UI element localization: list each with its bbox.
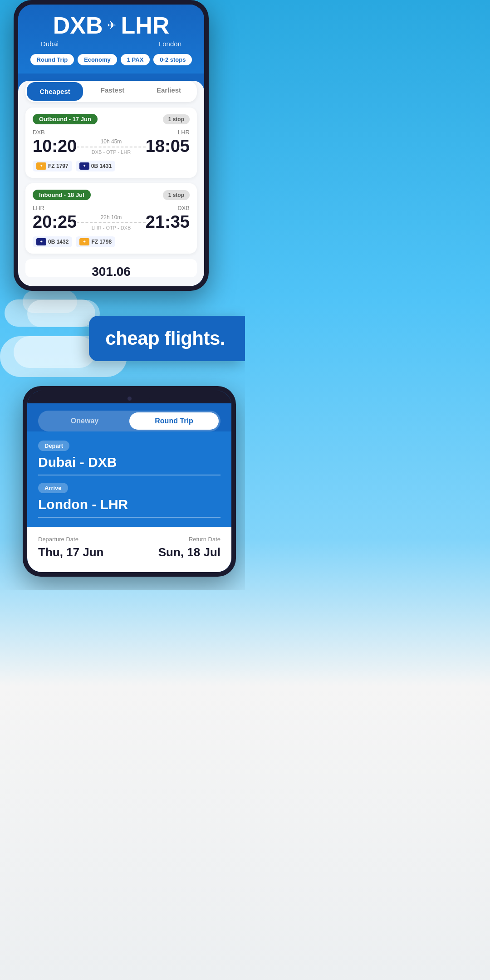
inbound-duration: 22h 10m	[77, 214, 146, 220]
outbound-duration: 10h 45m	[77, 138, 146, 145]
inbound-from: LHR	[33, 205, 44, 211]
inbound-airlines: ✈ 0B 1432 ✈ FZ 1798	[33, 236, 190, 247]
airport-names-row: Dubai London	[27, 40, 195, 48]
outbound-airline-1: ✈ FZ 1797	[33, 161, 72, 172]
outbound-duration-box: 10h 45m DXB - OTP - LHR	[77, 138, 146, 155]
inbound-times: 20:25 22h 10m LHR - OTP - DXB 21:35	[33, 212, 190, 232]
outbound-from: DXB	[33, 129, 45, 136]
inbound-flight-2: FZ 1798	[91, 239, 112, 245]
stops-tag[interactable]: 0-2 stops	[153, 54, 192, 65]
outbound-stops: 1 stop	[163, 114, 190, 124]
blue2-logo: ✈	[36, 238, 46, 245]
phone1-content: Cheapest Fastest Earliest Outbound - 17 …	[18, 81, 204, 286]
phone1-device: DXB ✈ LHR Dubai London Round Trip Econom…	[14, 0, 209, 291]
inbound-airline-1: ✈ 0B 1432	[33, 236, 72, 247]
arrive-field[interactable]: Arrive London - LHR	[38, 483, 220, 518]
flight-arrow-icon: ✈	[107, 19, 116, 32]
outbound-airlines: ✈ FZ 1797 ✈ 0B 1431	[33, 161, 190, 172]
outbound-arr-time: 18:05	[146, 137, 190, 156]
dates-values-row: Thu, 17 Jun Sun, 18 Jul	[38, 545, 220, 559]
pax-tag[interactable]: 1 PAX	[121, 54, 150, 65]
dates-section: Departure Date Return Date Thu, 17 Jun S…	[27, 527, 231, 572]
tab-fastest[interactable]: Fastest	[84, 81, 141, 102]
arrive-value: London - LHR	[38, 497, 220, 518]
dubai2-logo: ✈	[79, 238, 89, 245]
sort-tabs: Cheapest Fastest Earliest	[25, 81, 197, 102]
notch-bar	[27, 391, 231, 403]
round-trip-option[interactable]: Round Trip	[129, 412, 219, 430]
trip-toggle-section: Oneway Round Trip	[27, 403, 231, 431]
cabin-tag[interactable]: Economy	[78, 54, 117, 65]
inbound-route-labels: LHR DXB	[33, 205, 190, 211]
depart-value: Dubai - DXB	[38, 455, 220, 475]
depart-label: Depart	[38, 441, 69, 451]
inbound-line	[77, 222, 146, 223]
trip-type-tag[interactable]: Round Trip	[30, 54, 74, 65]
inbound-flight-card[interactable]: Inbound - 18 Jul 1 stop LHR DXB 20:25 22…	[25, 183, 197, 254]
search-tags: Round Trip Economy 1 PAX 0-2 stops	[27, 54, 195, 74]
airport-codes-row: DXB ✈ LHR	[27, 14, 195, 37]
inbound-stops: 1 stop	[163, 190, 190, 200]
outbound-times: 10:20 10h 45m DXB - OTP - LHR 18:05	[33, 137, 190, 156]
tagline-box: cheap flights.	[89, 316, 245, 361]
outbound-flight-1: FZ 1797	[48, 163, 69, 169]
inbound-dep-time: 20:25	[33, 212, 77, 232]
departure-date-label: Departure Date	[38, 536, 78, 543]
outbound-label: Outbound - 17 Jun	[33, 114, 98, 124]
dates-labels-row: Departure Date Return Date	[38, 536, 220, 543]
from-city: Dubai	[41, 40, 59, 48]
outbound-dep-time: 10:20	[33, 137, 77, 156]
blue-logo: ✈	[79, 162, 89, 170]
arrive-label: Arrive	[38, 483, 68, 493]
return-date-label: Return Date	[189, 536, 220, 543]
phone1-header: DXB ✈ LHR Dubai London Round Trip Econom…	[18, 5, 204, 74]
camera-icon	[127, 397, 132, 401]
phone2-inner: Oneway Round Trip Depart Dubai - DXB Arr…	[27, 391, 231, 572]
inbound-arr-time: 21:35	[146, 212, 190, 232]
price-strip: 301.06	[25, 259, 197, 277]
departure-date-value: Thu, 17 Jun	[38, 545, 103, 559]
outbound-airline-2: ✈ 0B 1431	[76, 161, 115, 172]
outbound-flight-2: 0B 1431	[91, 163, 112, 169]
inbound-route: LHR - OTP - DXB	[77, 225, 146, 230]
phone2-wrapper: Oneway Round Trip Depart Dubai - DXB Arr…	[0, 386, 245, 590]
to-city: London	[159, 40, 181, 48]
outbound-route: DXB - OTP - LHR	[77, 149, 146, 155]
return-date-value: Sun, 18 Jul	[158, 545, 220, 559]
middle-section: cheap flights.	[0, 291, 245, 386]
outbound-flight-card[interactable]: Outbound - 17 Jun 1 stop DXB LHR 10:20 1…	[25, 108, 197, 178]
depart-field[interactable]: Depart Dubai - DXB	[38, 441, 220, 475]
tagline-text: cheap flights.	[105, 328, 225, 349]
inbound-airline-2: ✈ FZ 1798	[76, 236, 115, 247]
outbound-line	[77, 147, 146, 147]
dubai-logo: ✈	[36, 162, 46, 170]
phone2-fields: Depart Dubai - DXB Arrive London - LHR	[27, 431, 231, 527]
outbound-to: LHR	[178, 129, 190, 136]
notch	[109, 393, 150, 403]
inbound-duration-box: 22h 10m LHR - OTP - DXB	[77, 214, 146, 230]
tab-earliest[interactable]: Earliest	[141, 81, 197, 102]
inbound-header: Inbound - 18 Jul 1 stop	[33, 190, 190, 200]
inbound-label: Inbound - 18 Jul	[33, 190, 91, 200]
to-airport-code: LHR	[121, 14, 169, 37]
inbound-to: DXB	[177, 205, 190, 211]
inbound-flight-1: 0B 1432	[48, 239, 69, 245]
phone2-device: Oneway Round Trip Depart Dubai - DXB Arr…	[23, 386, 236, 577]
oneway-option[interactable]: Oneway	[40, 412, 129, 430]
outbound-route-labels: DXB LHR	[33, 129, 190, 136]
price-value: 301.06	[92, 265, 131, 272]
from-airport-code: DXB	[53, 14, 103, 37]
outbound-header: Outbound - 17 Jun 1 stop	[33, 114, 190, 124]
tab-cheapest[interactable]: Cheapest	[27, 82, 83, 101]
trip-toggle: Oneway Round Trip	[38, 411, 220, 431]
